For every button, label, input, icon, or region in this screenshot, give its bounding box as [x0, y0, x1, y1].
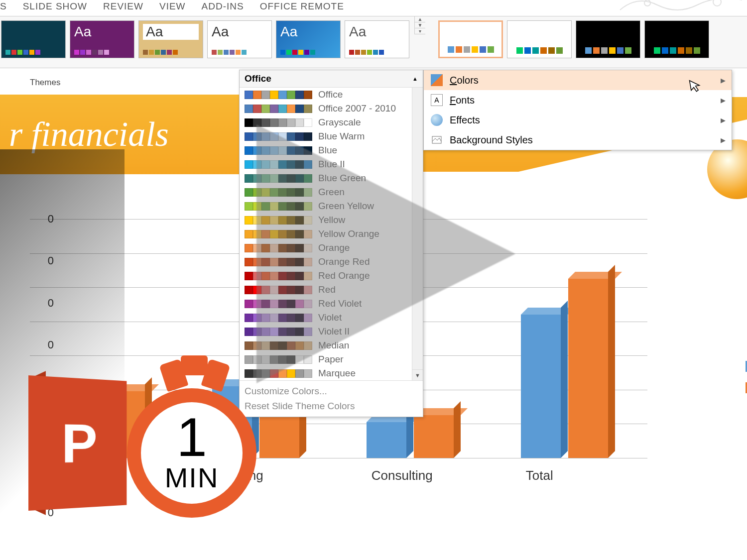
theme-thumb[interactable]: Aa	[138, 20, 203, 58]
play-icon[interactable]	[256, 124, 515, 383]
ribbon-tab[interactable]: S	[0, 1, 7, 12]
gallery-more-icon[interactable]: ▾	[415, 28, 425, 34]
color-swatch-strip	[245, 91, 312, 99]
ribbon-tab[interactable]: REVIEW	[103, 1, 143, 12]
chevron-right-icon: ▶	[721, 97, 726, 104]
variants-gallery	[435, 16, 712, 62]
colors-dropdown-header: Office ▲	[240, 70, 423, 88]
color-scheme-item[interactable]: Office 2007 - 2010	[240, 102, 423, 115]
chevron-right-icon: ▶	[721, 77, 726, 84]
scroll-up-icon[interactable]: ▲	[412, 76, 418, 82]
decorative-swirl	[618, 0, 747, 13]
fonts-icon: A	[431, 94, 443, 106]
chart-bar	[367, 422, 406, 458]
stopwatch-icon: 1 MIN	[117, 358, 266, 528]
theme-gallery-scroll[interactable]: ▲ ▼ ▾	[414, 16, 425, 34]
variant-thumb[interactable]	[644, 20, 709, 58]
themes-gallery: Aa Aa Aa Aa Aa	[0, 16, 412, 59]
ribbon-tab[interactable]: VIEW	[159, 1, 186, 12]
chart-bar	[414, 415, 454, 458]
ribbon-tab[interactable]: SLIDE SHOW	[23, 1, 87, 12]
colors-dropdown-footer: Customize Colors... Reset Slide Theme Co…	[240, 380, 423, 417]
svg-point-0	[644, 0, 650, 6]
themes-row: Aa Aa Aa Aa Aa ▲ ▼ ▾	[0, 16, 747, 68]
theme-thumb[interactable]: Aa	[345, 20, 409, 58]
ribbon-tab[interactable]: OFFICE REMOTE	[260, 1, 344, 12]
menu-label-rest: onts	[456, 95, 475, 106]
theme-thumb[interactable]: Aa	[207, 20, 272, 58]
variant-thumb[interactable]	[438, 20, 503, 58]
svg-point-1	[713, 0, 721, 6]
badge-number: 1	[176, 412, 207, 461]
badge-unit: MIN	[165, 461, 219, 494]
chart-bar	[521, 315, 561, 458]
color-scheme-label: Office 2007 - 2010	[318, 103, 396, 114]
themes-group-label: Themes	[30, 78, 60, 88]
powerpoint-1min-badge: P 1 MIN	[30, 358, 239, 538]
customize-colors-item[interactable]: Customize Colors...	[245, 384, 418, 399]
color-swatch-strip	[245, 105, 312, 113]
menu-item-fonts[interactable]: A Fonts ▶	[424, 90, 732, 110]
scroll-up-icon[interactable]: ▲	[415, 16, 425, 22]
theme-thumb[interactable]: Aa	[276, 20, 341, 58]
chevron-right-icon: ▶	[721, 136, 726, 144]
chevron-right-icon: ▶	[721, 116, 726, 124]
x-axis-label: Total	[526, 468, 553, 483]
menu-item-colors[interactable]: Colors ▶	[424, 70, 732, 90]
ribbon-tab[interactable]: ADD-INS	[202, 1, 244, 12]
scroll-down-icon[interactable]: ▼	[415, 22, 425, 28]
reset-colors-item[interactable]: Reset Slide Theme Colors	[245, 399, 418, 414]
slide-title: r financials	[9, 114, 169, 154]
x-axis-label: Consulting	[372, 468, 433, 483]
menu-label: C	[450, 75, 457, 86]
color-scheme-item[interactable]: Office	[240, 88, 423, 102]
powerpoint-logo: P	[28, 375, 126, 511]
theme-thumb[interactable]: Aa	[70, 20, 134, 58]
colors-icon	[431, 74, 443, 86]
menu-label: F	[450, 95, 456, 106]
chart-bar	[568, 279, 608, 458]
menu-label-rest: olors	[457, 75, 478, 86]
variant-thumb[interactable]	[507, 20, 572, 58]
theme-thumb[interactable]	[1, 20, 66, 58]
color-scheme-label: Office	[318, 89, 343, 100]
variant-thumb[interactable]	[576, 20, 640, 58]
